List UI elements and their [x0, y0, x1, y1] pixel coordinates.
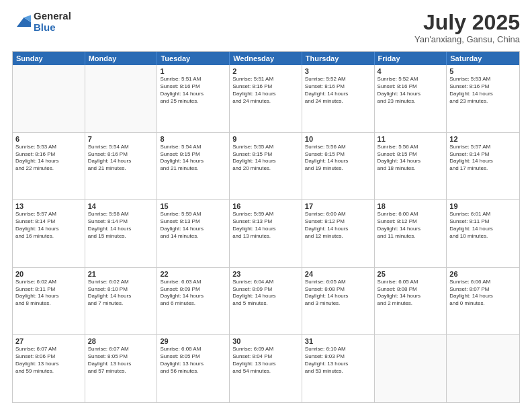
header-day-friday: Friday [375, 52, 447, 65]
day-cell-12: 12Sunrise: 5:57 AMSunset: 8:14 PMDayligh… [447, 133, 519, 200]
calendar-header-row: SundayMondayTuesdayWednesdayThursdayFrid… [13, 52, 519, 65]
calendar: SundayMondayTuesdayWednesdayThursdayFrid… [12, 51, 520, 403]
day-cell-23: 23Sunrise: 6:04 AMSunset: 8:09 PMDayligh… [230, 268, 302, 335]
logo-blue: Blue [34, 22, 71, 34]
day-cell-13: 13Sunrise: 5:57 AMSunset: 8:14 PMDayligh… [13, 200, 85, 267]
cell-info: Sunrise: 5:52 AMSunset: 8:16 PMDaylight:… [378, 76, 444, 105]
day-cell-10: 10Sunrise: 5:56 AMSunset: 8:15 PMDayligh… [302, 133, 375, 200]
day-number: 19 [449, 202, 517, 210]
day-cell-15: 15Sunrise: 5:59 AMSunset: 8:13 PMDayligh… [157, 200, 230, 267]
calendar-body: 1Sunrise: 5:51 AMSunset: 8:16 PMDaylight… [13, 65, 519, 402]
day-number: 20 [15, 270, 82, 278]
day-cell-7: 7Sunrise: 5:54 AMSunset: 8:16 PMDaylight… [85, 133, 158, 200]
day-cell-29: 29Sunrise: 6:08 AMSunset: 8:05 PMDayligh… [157, 335, 230, 402]
cell-info: Sunrise: 6:06 AMSunset: 8:07 PMDaylight:… [449, 279, 517, 308]
header-day-tuesday: Tuesday [157, 52, 230, 65]
day-number: 11 [378, 135, 444, 143]
day-cell-20: 20Sunrise: 6:02 AMSunset: 8:11 PMDayligh… [13, 268, 85, 335]
day-cell-27: 27Sunrise: 6:07 AMSunset: 8:06 PMDayligh… [13, 335, 85, 402]
cell-info: Sunrise: 6:04 AMSunset: 8:09 PMDaylight:… [232, 279, 299, 308]
day-number: 15 [160, 202, 226, 210]
cell-info: Sunrise: 5:52 AMSunset: 8:16 PMDaylight:… [305, 76, 371, 105]
cell-info: Sunrise: 5:51 AMSunset: 8:16 PMDaylight:… [160, 76, 226, 105]
day-number: 13 [15, 202, 82, 210]
day-number: 31 [305, 337, 371, 345]
day-cell-26: 26Sunrise: 6:06 AMSunset: 8:07 PMDayligh… [447, 268, 519, 335]
day-cell-17: 17Sunrise: 6:00 AMSunset: 8:12 PMDayligh… [302, 200, 375, 267]
day-number: 21 [88, 270, 154, 278]
cell-info: Sunrise: 5:54 AMSunset: 8:16 PMDaylight:… [88, 144, 154, 173]
cell-info: Sunrise: 5:59 AMSunset: 8:13 PMDaylight:… [232, 211, 299, 240]
day-cell-16: 16Sunrise: 5:59 AMSunset: 8:13 PMDayligh… [230, 200, 302, 267]
day-number: 24 [305, 270, 371, 278]
cell-info: Sunrise: 6:09 AMSunset: 8:04 PMDaylight:… [232, 346, 299, 375]
month-title: July 2025 [414, 11, 520, 34]
day-number: 9 [232, 135, 299, 143]
day-number: 29 [160, 337, 226, 345]
day-cell-3: 3Sunrise: 5:52 AMSunset: 8:16 PMDaylight… [302, 65, 375, 132]
logo-text: General Blue [34, 11, 71, 33]
day-number: 26 [449, 270, 517, 278]
cell-info: Sunrise: 6:00 AMSunset: 8:12 PMDaylight:… [305, 211, 371, 240]
header-day-thursday: Thursday [302, 52, 375, 65]
cell-info: Sunrise: 6:10 AMSunset: 8:03 PMDaylight:… [305, 346, 371, 375]
day-cell-11: 11Sunrise: 5:56 AMSunset: 8:15 PMDayligh… [375, 133, 447, 200]
day-cell-6: 6Sunrise: 5:53 AMSunset: 8:16 PMDaylight… [13, 133, 85, 200]
day-number: 17 [305, 202, 371, 210]
calendar-week-4: 20Sunrise: 6:02 AMSunset: 8:11 PMDayligh… [13, 268, 519, 336]
cell-info: Sunrise: 6:08 AMSunset: 8:05 PMDaylight:… [160, 346, 226, 375]
day-number: 8 [160, 135, 226, 143]
day-number: 25 [378, 270, 444, 278]
day-number: 30 [232, 337, 299, 345]
empty-cell [375, 335, 447, 402]
header-day-saturday: Saturday [447, 52, 519, 65]
day-cell-5: 5Sunrise: 5:53 AMSunset: 8:16 PMDaylight… [447, 65, 519, 132]
logo-icon [12, 13, 31, 32]
cell-info: Sunrise: 6:07 AMSunset: 8:05 PMDaylight:… [88, 346, 154, 375]
calendar-week-3: 13Sunrise: 5:57 AMSunset: 8:14 PMDayligh… [13, 200, 519, 268]
day-cell-8: 8Sunrise: 5:54 AMSunset: 8:15 PMDaylight… [157, 133, 230, 200]
day-cell-14: 14Sunrise: 5:58 AMSunset: 8:14 PMDayligh… [85, 200, 158, 267]
cell-info: Sunrise: 5:53 AMSunset: 8:16 PMDaylight:… [15, 144, 82, 173]
header-day-monday: Monday [85, 52, 158, 65]
day-cell-1: 1Sunrise: 5:51 AMSunset: 8:16 PMDaylight… [157, 65, 230, 132]
cell-info: Sunrise: 6:03 AMSunset: 8:09 PMDaylight:… [160, 279, 226, 308]
day-cell-28: 28Sunrise: 6:07 AMSunset: 8:05 PMDayligh… [85, 335, 158, 402]
day-cell-25: 25Sunrise: 6:05 AMSunset: 8:08 PMDayligh… [375, 268, 447, 335]
day-cell-19: 19Sunrise: 6:01 AMSunset: 8:11 PMDayligh… [447, 200, 519, 267]
logo: General Blue [12, 11, 71, 33]
cell-info: Sunrise: 5:56 AMSunset: 8:15 PMDaylight:… [378, 144, 444, 173]
cell-info: Sunrise: 6:00 AMSunset: 8:12 PMDaylight:… [378, 211, 444, 240]
day-number: 7 [88, 135, 154, 143]
empty-cell [13, 65, 85, 132]
cell-info: Sunrise: 5:57 AMSunset: 8:14 PMDaylight:… [15, 211, 82, 240]
header-day-sunday: Sunday [13, 52, 85, 65]
day-number: 16 [232, 202, 299, 210]
cell-info: Sunrise: 5:59 AMSunset: 8:13 PMDaylight:… [160, 211, 226, 240]
cell-info: Sunrise: 6:01 AMSunset: 8:11 PMDaylight:… [449, 211, 517, 240]
cell-info: Sunrise: 6:05 AMSunset: 8:08 PMDaylight:… [305, 279, 371, 308]
day-number: 10 [305, 135, 371, 143]
day-number: 1 [160, 67, 226, 75]
day-number: 3 [305, 67, 371, 75]
day-number: 23 [232, 270, 299, 278]
day-number: 14 [88, 202, 154, 210]
day-number: 4 [378, 67, 444, 75]
day-cell-9: 9Sunrise: 5:55 AMSunset: 8:15 PMDaylight… [230, 133, 302, 200]
cell-info: Sunrise: 5:56 AMSunset: 8:15 PMDaylight:… [305, 144, 371, 173]
day-cell-31: 31Sunrise: 6:10 AMSunset: 8:03 PMDayligh… [302, 335, 375, 402]
title-block: July 2025 Yan'anxiang, Gansu, China [414, 11, 520, 44]
day-cell-24: 24Sunrise: 6:05 AMSunset: 8:08 PMDayligh… [302, 268, 375, 335]
cell-info: Sunrise: 6:02 AMSunset: 8:10 PMDaylight:… [88, 279, 154, 308]
cell-info: Sunrise: 6:02 AMSunset: 8:11 PMDaylight:… [15, 279, 82, 308]
page-header: General Blue July 2025 Yan'anxiang, Gans… [12, 11, 520, 44]
day-cell-18: 18Sunrise: 6:00 AMSunset: 8:12 PMDayligh… [375, 200, 447, 267]
empty-cell [447, 335, 519, 402]
calendar-week-1: 1Sunrise: 5:51 AMSunset: 8:16 PMDaylight… [13, 65, 519, 133]
cell-info: Sunrise: 5:55 AMSunset: 8:15 PMDaylight:… [232, 144, 299, 173]
day-cell-2: 2Sunrise: 5:51 AMSunset: 8:16 PMDaylight… [230, 65, 302, 132]
day-number: 12 [449, 135, 517, 143]
day-cell-22: 22Sunrise: 6:03 AMSunset: 8:09 PMDayligh… [157, 268, 230, 335]
day-cell-4: 4Sunrise: 5:52 AMSunset: 8:16 PMDaylight… [375, 65, 447, 132]
day-number: 6 [15, 135, 82, 143]
